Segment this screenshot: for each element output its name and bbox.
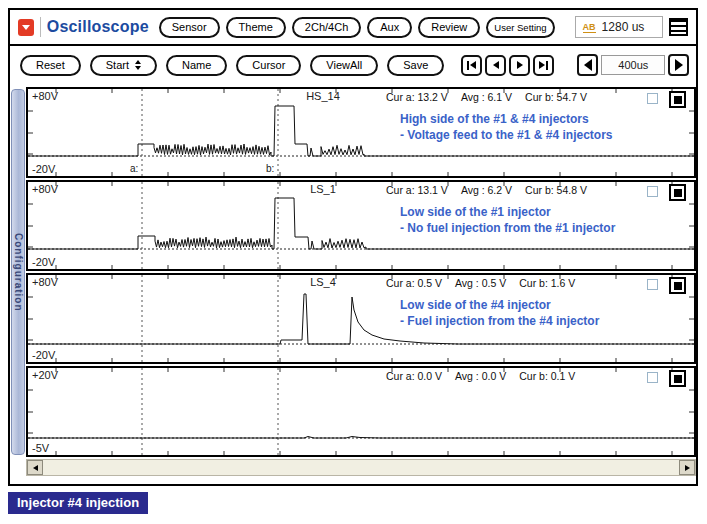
next-icon [517, 61, 523, 69]
theme-button[interactable]: Theme [226, 17, 286, 38]
channel-select-button[interactable] [669, 370, 686, 387]
channel-checkbox[interactable] [647, 372, 658, 383]
divider [40, 17, 41, 37]
channel-select-button[interactable] [669, 277, 686, 294]
sample-time-display: AB 1280 us [575, 16, 664, 38]
first-record-button[interactable] [461, 55, 482, 76]
cursor-readout: Cur a: 13.2 V Avg : 6.1 V Cur b: 54.7 V [386, 91, 587, 103]
scrollbar-track[interactable] [43, 460, 679, 475]
channel-panel-4: +20V -5V Cur a: 0.0 V Avg : 0.0 V Cur b:… [26, 366, 696, 457]
skip-start-icon [467, 61, 469, 70]
start-button[interactable]: Start [90, 55, 157, 76]
prev-record-button[interactable] [485, 55, 506, 76]
scale-min-label: -20V [32, 349, 55, 361]
scope-area: Configuration +80V -20V HS_14 Cur a: 13.… [10, 84, 696, 476]
toolbar: Reset Start Name Cursor ViewAll Save 400… [10, 46, 696, 84]
next-icon [539, 61, 545, 69]
prev-icon [493, 61, 499, 69]
page-title: Oscilloscope [47, 18, 149, 36]
menu-list-icon[interactable] [669, 18, 688, 36]
channel-checkbox[interactable] [647, 279, 658, 290]
oscilloscope-app: Oscilloscope Sensor Theme 2Ch/4Ch Aux Re… [0, 0, 707, 524]
reset-button[interactable]: Reset [20, 55, 81, 76]
scroll-right-button[interactable] [679, 460, 695, 475]
filled-square-icon [674, 375, 682, 383]
review-button[interactable]: Review [418, 17, 480, 38]
title-bar: Oscilloscope Sensor Theme 2Ch/4Ch Aux Re… [10, 10, 696, 46]
app-menu-button[interactable] [18, 19, 34, 36]
viewall-button[interactable]: ViewAll [310, 55, 378, 76]
filled-square-icon [674, 282, 682, 290]
channel-select-button[interactable] [669, 91, 686, 108]
cursor-readout: Cur a: 0.0 V Avg : 0.0 V Cur b: 0.1 V [386, 370, 575, 382]
scale-max-label: +80V [32, 276, 58, 288]
cursor-a-value: Cur a: 0.0 V [386, 370, 442, 382]
configuration-tab[interactable]: Configuration [11, 89, 25, 455]
configuration-tab-label: Configuration [13, 233, 24, 312]
annotation-line1: High side of the #1 & #4 injectors [400, 111, 613, 127]
save-button[interactable]: Save [387, 55, 444, 76]
cursor-button[interactable]: Cursor [236, 55, 301, 76]
cursor-readout: Cur a: 0.5 V Avg : 0.5 V Cur b: 1.6 V [386, 277, 575, 289]
cursor-a-value: Cur a: 0.5 V [386, 277, 442, 289]
aux-button[interactable]: Aux [367, 17, 412, 38]
waveform-ch4 [28, 368, 694, 455]
sample-time-value: 1280 us [602, 20, 645, 34]
scale-max-label: +80V [32, 183, 58, 195]
sample-time-icon: AB [583, 22, 596, 33]
annotation-line1: Low side of the #4 injector [400, 297, 599, 313]
horizontal-scrollbar[interactable] [26, 459, 696, 476]
cursor-b-value: Cur b: 54.7 V [525, 91, 587, 103]
avg-value: Avg : 6.1 V [461, 91, 512, 103]
channel-checkbox[interactable] [647, 93, 658, 104]
channel-panel-1: +80V -20V HS_14 Cur a: 13.2 V Avg : 6.1 … [26, 87, 696, 178]
prev-icon [470, 61, 476, 69]
avg-value: Avg : 0.5 V [455, 277, 506, 289]
channel-mode-button[interactable]: 2Ch/4Ch [292, 17, 361, 38]
cursor-b-label: b: [266, 163, 274, 174]
right-arrow-icon [675, 59, 683, 71]
timebase-value: 400us [601, 55, 665, 75]
annotation: High side of the #1 & #4 injectors - Vol… [400, 111, 613, 143]
status-badge: Injector #4 injection [8, 492, 148, 514]
name-button[interactable]: Name [166, 55, 227, 76]
cursor-a-value: Cur a: 13.2 V [386, 91, 448, 103]
annotation-line2: - Voltage feed to the #1 & #4 injectors [400, 127, 613, 143]
last-record-button[interactable] [533, 55, 554, 76]
left-arrow-icon [33, 465, 38, 471]
right-arrow-icon [685, 465, 690, 471]
next-record-button[interactable] [509, 55, 530, 76]
annotation: Low side of the #4 injector - Fuel injec… [400, 297, 599, 329]
channel-panel-2: +80V -20V LS_1 Cur a: 13.1 V Avg : 6.2 V… [26, 180, 696, 271]
sensor-button[interactable]: Sensor [159, 17, 220, 38]
cursor-b-value: Cur b: 54.8 V [525, 184, 587, 196]
left-arrow-icon [584, 59, 592, 71]
annotation: Low side of the #1 injector - No fuel in… [400, 204, 615, 236]
scale-min-label: -20V [32, 163, 55, 175]
channel-name: LS_4 [283, 276, 363, 288]
spinner-icon [135, 60, 141, 70]
scale-min-label: -5V [32, 442, 49, 454]
chevron-down-icon [22, 25, 30, 30]
scale-max-label: +20V [32, 369, 58, 381]
channel-panel-3: +80V -20V LS_4 Cur a: 0.5 V Avg : 0.5 V … [26, 273, 696, 364]
start-button-label: Start [106, 59, 129, 71]
cursor-b-value: Cur b: 0.1 V [519, 370, 575, 382]
channel-checkbox[interactable] [647, 186, 658, 197]
app-window: Oscilloscope Sensor Theme 2Ch/4Ch Aux Re… [8, 8, 698, 486]
scale-min-label: -20V [32, 256, 55, 268]
timebase-increase-button[interactable] [668, 54, 689, 76]
filled-square-icon [674, 189, 682, 197]
record-nav-group [461, 55, 554, 76]
scroll-left-button[interactable] [27, 460, 43, 475]
cursor-a-value: Cur a: 13.1 V [386, 184, 448, 196]
filled-square-icon [674, 96, 682, 104]
timebase-decrease-button[interactable] [577, 54, 598, 76]
user-setting-button[interactable]: User Setting [486, 17, 554, 38]
annotation-line2: - No fuel injection from the #1 injector [400, 220, 615, 236]
channel-name: HS_14 [283, 90, 363, 102]
channel-name: LS_1 [283, 183, 363, 195]
cursor-readout: Cur a: 13.1 V Avg : 6.2 V Cur b: 54.8 V [386, 184, 587, 196]
channel-select-button[interactable] [669, 184, 686, 201]
cursor-a-label: a: [130, 163, 138, 174]
